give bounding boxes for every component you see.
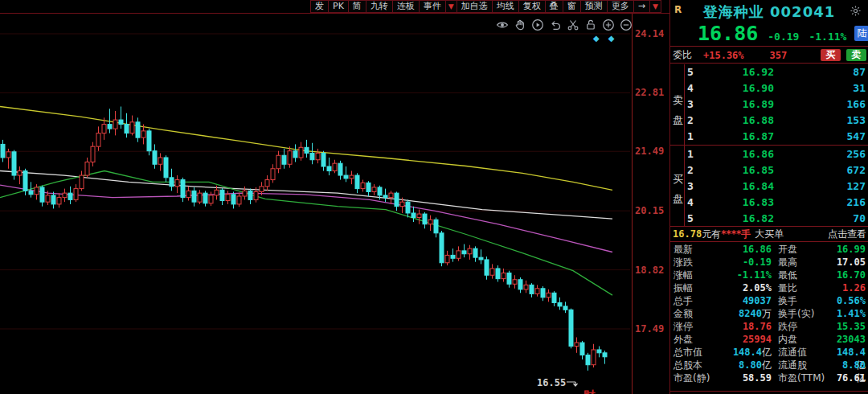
stock-code: 002041 <box>770 3 835 20</box>
big-order-price: 16.78 <box>673 228 702 240</box>
zoom-out-icon[interactable] <box>620 18 633 31</box>
level-price: 16.84 <box>700 179 774 195</box>
bid-row-4[interactable]: 416.83216 <box>670 195 868 211</box>
level-number: 1 <box>687 146 700 162</box>
divider <box>670 226 868 227</box>
toolbar-button-叠[interactable]: 叠 <box>546 0 563 13</box>
toolbar-button-连板[interactable]: 连板 <box>393 0 420 13</box>
next-page-icon[interactable]: → <box>634 0 650 13</box>
big-order-alert: 16.78 元有 **** 手 大买单 点击查看 <box>670 228 868 240</box>
play-icon[interactable] <box>531 18 544 31</box>
last-price: 16.86 <box>698 22 758 45</box>
divider <box>670 63 868 64</box>
dropdown-arrow-icon[interactable]: ▼ <box>446 0 457 13</box>
ask-row-4[interactable]: 416.9031 <box>670 80 868 96</box>
candlestick-chart[interactable] <box>0 14 632 394</box>
y-axis-label: 20.15 <box>635 205 672 216</box>
toolbar-button-简[interactable]: 简 <box>349 0 366 13</box>
ask-row-5[interactable]: 516.9287 <box>670 64 868 80</box>
stat-value: -0.19 <box>720 256 772 269</box>
stat-label: 涨幅 <box>674 269 720 281</box>
stat-row: 外盘25994内盘23043 <box>670 333 868 346</box>
toolbar-button-加自选[interactable]: 加自选 <box>457 0 493 13</box>
ma-magenta-line <box>0 185 612 252</box>
stat-label: 跌停 <box>772 320 834 333</box>
stat-row: 涨跌-0.19最高17.05 <box>670 256 868 269</box>
bid-row-2[interactable]: 216.85672 <box>670 162 868 179</box>
toolbar-button-事件[interactable]: 事件 <box>420 0 446 13</box>
stat-value: 8240万 <box>720 307 772 320</box>
stat-value: 16.99 <box>834 243 866 256</box>
stock-app-window: 发PK简九转连板事件▼加自选均线复权叠窗预测更多→▼ 16.55 财 24.14… <box>0 0 868 394</box>
stat-row: 振幅2.05%量比1.26 <box>670 281 868 294</box>
quote-panel: R 登海种业 002041 16.86 -0.19 -1.11% 陆 委比 +1… <box>669 0 868 394</box>
y-axis-label: 18.82 <box>635 265 672 276</box>
y-axis-line <box>632 14 633 394</box>
level-number: 4 <box>687 80 700 96</box>
lock-icon[interactable] <box>584 18 597 31</box>
level-number: 5 <box>687 211 700 227</box>
stat-value: 18.76 <box>720 320 772 333</box>
stat-label: 流通股 <box>772 359 834 371</box>
gear-icon[interactable] <box>850 5 862 17</box>
kline-chart-area[interactable]: 16.55 财 <box>0 14 632 394</box>
chart-toolbar: 发PK简九转连板事件▼加自选均线复权叠窗预测更多→▼ <box>310 0 661 13</box>
stat-unit: 亿 <box>762 347 772 358</box>
stat-label: 最新 <box>674 243 720 256</box>
toolbar-button-复权[interactable]: 复权 <box>519 0 546 13</box>
ask-row-3[interactable]: 316.89166 <box>670 96 868 113</box>
stat-row: 金额8240万换手(实)1.41% <box>670 307 868 320</box>
stat-label: 市盈(静) <box>674 371 720 384</box>
big-order-stars: **** <box>721 228 741 240</box>
marker-diamond: ◆ <box>593 34 600 43</box>
market-badge: 陆 <box>854 26 868 41</box>
stat-label: 总手 <box>674 294 720 307</box>
weibi-row: 委比 +15.36% 357 买 卖 <box>670 47 868 63</box>
stat-value: 76.61 <box>834 371 866 384</box>
toolbar-button-均线[interactable]: 均线 <box>493 0 519 13</box>
y-axis-label: 21.49 <box>635 146 672 157</box>
level-number: 3 <box>687 179 700 195</box>
low-price-annotation: 16.55 <box>537 377 580 388</box>
zoom-in-icon[interactable] <box>602 18 615 31</box>
toolbar-button-九转[interactable]: 九转 <box>366 0 393 13</box>
buy-button[interactable]: 买 <box>821 49 841 61</box>
level-volume: 87 <box>774 64 866 80</box>
scissors-icon[interactable] <box>567 18 579 31</box>
chart-tools-row <box>496 18 633 31</box>
level-volume: 216 <box>774 195 866 211</box>
stat-label: 外盘 <box>674 333 720 346</box>
bid-row-1[interactable]: 116.86256 <box>670 146 868 162</box>
sell-button[interactable]: 卖 <box>846 49 866 61</box>
level-price: 16.88 <box>700 113 774 129</box>
stat-value: 8.80亿 <box>834 359 866 371</box>
y-axis-label: 24.14 <box>635 28 672 39</box>
level-price: 16.92 <box>700 64 774 80</box>
toolbar-button-预测[interactable]: 预测 <box>581 0 608 13</box>
pan-hand-icon[interactable] <box>514 18 526 31</box>
level-number: 3 <box>687 96 700 113</box>
stat-value: 16.86 <box>720 243 772 256</box>
eye-icon[interactable] <box>496 18 509 31</box>
toolbar-button-PK[interactable]: PK <box>329 0 349 13</box>
ask-levels: 516.9287416.9031316.89166216.88153116.87… <box>670 64 868 145</box>
stat-value: 8.80亿 <box>720 359 772 371</box>
stat-row: 涨幅-1.11%最低16.70 <box>670 269 868 281</box>
toolbar-button-更多[interactable]: 更多 <box>608 0 634 13</box>
ask-row-2[interactable]: 216.88153 <box>670 113 868 129</box>
undo-icon[interactable] <box>549 18 562 31</box>
level-number: 2 <box>687 162 700 179</box>
stat-value: 148.4亿 <box>720 346 772 359</box>
stock-name: 登海种业 <box>703 3 764 20</box>
view-details-link[interactable]: 点击查看 <box>828 228 866 241</box>
level-number: 1 <box>687 129 700 145</box>
level-volume: 256 <box>774 146 866 162</box>
dropdown-arrow-icon[interactable]: ▼ <box>650 0 661 13</box>
bid-row-5[interactable]: 516.8270 <box>670 211 868 227</box>
bid-row-3[interactable]: 316.84127 <box>670 179 868 195</box>
level-volume: 547 <box>774 129 866 145</box>
toolbar-button-窗[interactable]: 窗 <box>563 0 581 13</box>
toolbar-button-发[interactable]: 发 <box>310 0 329 13</box>
ask-row-1[interactable]: 116.87547 <box>670 129 868 145</box>
level-volume: 127 <box>774 179 866 195</box>
